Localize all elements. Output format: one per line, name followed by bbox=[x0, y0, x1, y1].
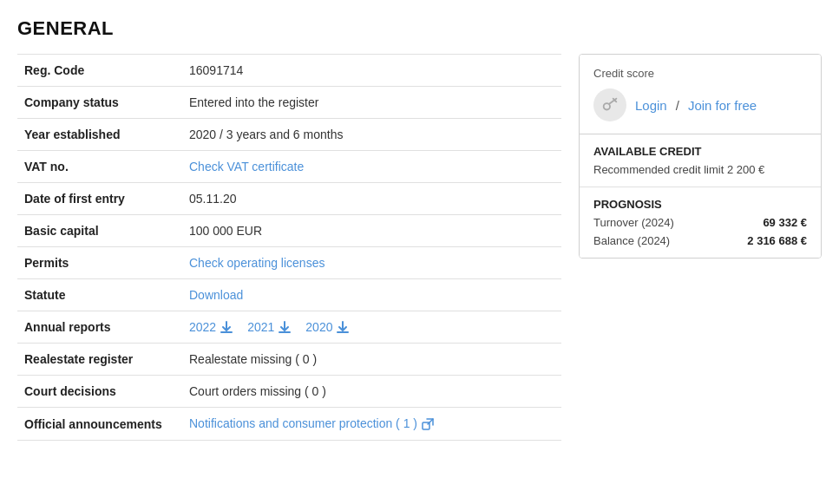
table-row: Realestate registerRealestate missing ( … bbox=[17, 344, 561, 376]
row-link[interactable]: Download bbox=[189, 288, 243, 302]
table-row: Company statusEntered into the register bbox=[17, 87, 561, 119]
separator: / bbox=[676, 98, 679, 113]
svg-point-5 bbox=[604, 103, 610, 109]
row-value: 16091714 bbox=[182, 55, 561, 87]
row-value[interactable]: Download bbox=[182, 279, 561, 311]
credit-card-top: Credit score Login / Join for free bbox=[580, 55, 821, 134]
table-row: Court decisionsCourt orders missing ( 0 … bbox=[17, 376, 561, 408]
row-link[interactable]: Check operating licenses bbox=[189, 256, 324, 270]
row-link[interactable]: Check VAT certificate bbox=[189, 160, 304, 173]
download-icon bbox=[278, 320, 292, 334]
svg-line-8 bbox=[613, 99, 615, 101]
svg-line-4 bbox=[428, 419, 433, 424]
table-row: Official announcementsNotifications and … bbox=[17, 408, 561, 441]
row-value[interactable]: Notifications and consumer protection ( … bbox=[182, 408, 561, 441]
credit-score-label: Credit score bbox=[593, 67, 807, 80]
row-label: Date of first entry bbox=[17, 183, 182, 215]
login-link[interactable]: Login bbox=[635, 98, 667, 113]
table-row: Basic capital100 000 EUR bbox=[17, 215, 561, 247]
prognosis-label: Turnover (2024) bbox=[593, 216, 674, 229]
row-label: Permits bbox=[17, 247, 182, 279]
annual-year-label: 2021 bbox=[247, 320, 274, 334]
prognosis-row: Balance (2024)2 316 688 € bbox=[593, 234, 807, 247]
row-value: Realestate missing ( 0 ) bbox=[182, 344, 561, 376]
row-value: 100 000 EUR bbox=[182, 215, 561, 247]
external-link-icon bbox=[421, 417, 435, 431]
main-layout: Reg. Code16091714Company statusEntered i… bbox=[17, 54, 822, 441]
prognosis-row: Turnover (2024)69 332 € bbox=[593, 216, 807, 229]
row-label: VAT no. bbox=[17, 151, 182, 183]
row-link-external[interactable]: Notifications and consumer protection ( … bbox=[189, 416, 417, 430]
annual-report-2020[interactable]: 2020 bbox=[305, 320, 350, 334]
table-row: Year established2020 / 3 years and 6 mon… bbox=[17, 119, 561, 151]
key-icon bbox=[600, 95, 619, 115]
annual-year-label: 2022 bbox=[189, 320, 216, 334]
row-label: Statute bbox=[17, 279, 182, 311]
annual-year-label: 2020 bbox=[305, 320, 332, 334]
prognosis-label: Balance (2024) bbox=[593, 234, 670, 247]
table-row: VAT no.Check VAT certificate bbox=[17, 151, 561, 183]
row-label: Annual reports bbox=[17, 311, 182, 344]
login-row: Login / Join for free bbox=[593, 88, 807, 121]
available-credit-section: AVAILABLE CREDIT Recommended credit limi… bbox=[580, 134, 821, 187]
annual-reports-cell: 2022 2021 2020 bbox=[189, 320, 554, 334]
annual-report-2021[interactable]: 2021 bbox=[247, 320, 292, 334]
row-label: Basic capital bbox=[17, 215, 182, 247]
download-icon bbox=[336, 320, 350, 334]
page-title: GENERAL bbox=[17, 17, 822, 40]
table-row: Reg. Code16091714 bbox=[17, 55, 561, 87]
prognosis-value: 69 332 € bbox=[763, 216, 807, 229]
annual-report-2022[interactable]: 2022 bbox=[189, 320, 233, 334]
available-credit-value: Recommended credit limit 2 200 € bbox=[593, 163, 807, 176]
row-label: Realestate register bbox=[17, 344, 182, 376]
row-label: Court decisions bbox=[17, 376, 182, 408]
row-value[interactable]: Check VAT certificate bbox=[182, 151, 561, 183]
table-row: PermitsCheck operating licenses bbox=[17, 247, 561, 279]
table-row: Date of first entry05.11.20 bbox=[17, 183, 561, 215]
download-icon bbox=[220, 320, 233, 334]
available-credit-title: AVAILABLE CREDIT bbox=[593, 145, 807, 158]
row-label: Reg. Code bbox=[17, 55, 182, 87]
credit-card: Credit score Login / Join for free AVAIL… bbox=[579, 54, 822, 259]
row-label: Company status bbox=[17, 87, 182, 119]
row-label: Year established bbox=[17, 119, 182, 151]
row-value[interactable]: Check operating licenses bbox=[182, 247, 561, 279]
join-link[interactable]: Join for free bbox=[688, 98, 757, 113]
row-value: 05.11.20 bbox=[182, 183, 561, 215]
prognosis-section: PROGNOSIS Turnover (2024)69 332 €Balance… bbox=[580, 187, 821, 258]
table-row: Annual reports2022 2021 2020 bbox=[17, 311, 561, 344]
row-label: Official announcements bbox=[17, 408, 182, 441]
key-icon-wrap bbox=[593, 88, 626, 121]
row-value[interactable]: 2022 2021 2020 bbox=[182, 311, 561, 344]
table-row: StatuteDownload bbox=[17, 279, 561, 311]
row-value: 2020 / 3 years and 6 months bbox=[182, 119, 561, 151]
info-table: Reg. Code16091714Company statusEntered i… bbox=[17, 54, 561, 441]
row-value: Court orders missing ( 0 ) bbox=[182, 376, 561, 408]
row-value: Entered into the register bbox=[182, 87, 561, 119]
prognosis-title: PROGNOSIS bbox=[593, 198, 807, 211]
prognosis-value: 2 316 688 € bbox=[747, 234, 807, 247]
